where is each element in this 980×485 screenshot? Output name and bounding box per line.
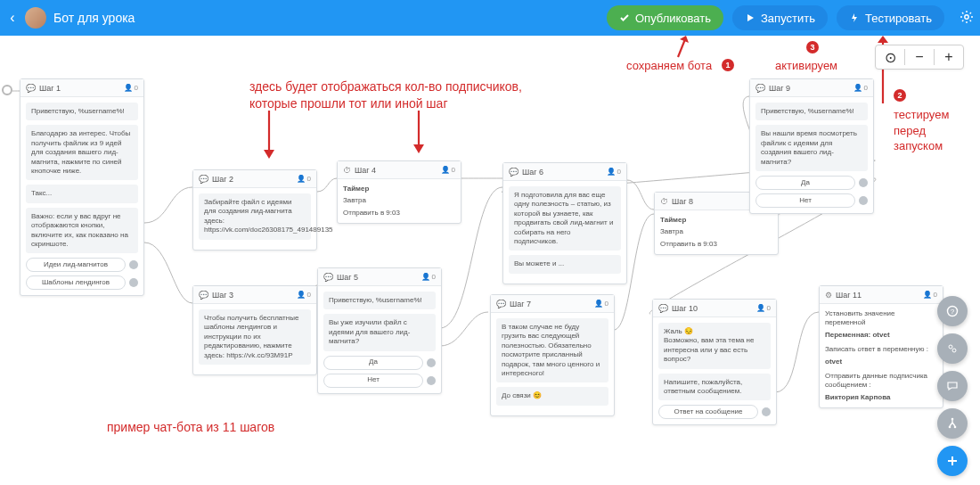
- step-message: Приветствую, %username%!: [755, 103, 868, 120]
- action-line: otvet: [825, 358, 937, 366]
- output-port[interactable]: [129, 260, 138, 269]
- launch-label: Запустить: [761, 12, 815, 25]
- step-title: Шаг 9: [769, 84, 853, 93]
- message-icon: 💬: [658, 304, 668, 313]
- settings-button[interactable]: [953, 10, 980, 27]
- user-icon: 👤: [297, 291, 306, 299]
- annotation-arrow: [410, 109, 428, 159]
- step-message: Благодарю за интерес. Чтобы получить фай…: [26, 125, 138, 180]
- step-title: Шаг 7: [510, 300, 594, 308]
- gear-icon: [960, 10, 974, 24]
- bolt-icon: [849, 12, 860, 23]
- action-icon: ⚙: [825, 291, 832, 300]
- dock-branch-button[interactable]: [937, 408, 968, 439]
- step-title: Шаг 4: [355, 166, 441, 175]
- zoom-in-button[interactable]: +: [934, 49, 963, 65]
- start-node[interactable]: [2, 85, 12, 95]
- timer-when: Завтра: [343, 196, 455, 205]
- message-icon: 💬: [323, 273, 333, 282]
- user-icon: 👤: [923, 291, 932, 299]
- action-line: Виктория Карпова: [825, 393, 937, 402]
- user-icon: 👤: [607, 168, 616, 176]
- step-message: Жаль 😔Возможно, вам эта тема не интересн…: [658, 323, 771, 369]
- timer-icon: ⏱: [660, 197, 668, 206]
- step-message: В таком случае не буду грузить вас следу…: [496, 318, 608, 382]
- step-card-11[interactable]: ⚙Шаг 11👤0 Установить значение переменной…: [819, 285, 943, 408]
- step-message: Вы уже изучили файл с идеями для вашего …: [323, 314, 436, 350]
- test-button[interactable]: Тестировать: [837, 5, 944, 30]
- step-card-9[interactable]: 💬Шаг 9👤0 Приветствую, %username%! Вы наш…: [749, 78, 874, 214]
- dock-add-button[interactable]: [937, 446, 968, 476]
- step-message: Приветствую, %username%!: [26, 103, 138, 120]
- reply-button-yes[interactable]: Да: [323, 356, 423, 370]
- output-port[interactable]: [427, 358, 436, 367]
- output-port[interactable]: [129, 278, 138, 287]
- step-card-2[interactable]: 💬Шаг 2👤0 Забирайте файл с идеями для соз…: [192, 169, 317, 251]
- publish-button[interactable]: Опубликовать: [607, 5, 723, 30]
- back-button[interactable]: ‹: [0, 10, 25, 26]
- svg-marker-8: [264, 150, 274, 159]
- step-message: Вы нашли время посмотреть файлик с идеям…: [755, 125, 868, 171]
- user-icon: 👤: [297, 175, 306, 183]
- reply-button[interactable]: Идеи лид-магнитов: [26, 258, 126, 272]
- step-card-7[interactable]: 💬Шаг 7👤0 В таком случае не буду грузить …: [490, 294, 615, 416]
- step-card-1[interactable]: 💬Шаг 1👤0 Приветствую, %username%! Благод…: [20, 78, 144, 296]
- annotation-test-before: тестируем перед запуском: [894, 107, 949, 154]
- timer-when: Завтра: [660, 227, 772, 236]
- step-message: Забирайте файл с идеями для создания лид…: [199, 193, 311, 240]
- svg-marker-9: [413, 144, 424, 153]
- svg-point-4: [952, 349, 956, 352]
- flow-canvas[interactable]: 💬Шаг 1👤0 Приветствую, %username%! Благод…: [0, 36, 980, 485]
- step-message: Я подготовила для вас еще одну полезност…: [509, 186, 621, 251]
- dock-settings-button[interactable]: [937, 333, 968, 364]
- timer-time: Отправить в 9:03: [343, 209, 455, 218]
- subscriber-count: 👤0: [421, 273, 436, 281]
- annotation-number-1: 1: [722, 59, 734, 71]
- launch-button[interactable]: Запустить: [732, 5, 828, 30]
- subscriber-count: 👤0: [124, 84, 138, 92]
- zoom-control: ⊙ − +: [875, 45, 964, 70]
- subscriber-count: 👤0: [594, 300, 608, 308]
- step-card-6[interactable]: 💬Шаг 6👤0 Я подготовила для вас еще одну …: [502, 162, 627, 284]
- subscriber-count: 👤0: [756, 304, 771, 312]
- message-icon: 💬: [199, 291, 208, 300]
- step-card-5[interactable]: 💬Шаг 5👤0 Приветствую, %username%! Вы уже…: [317, 267, 442, 394]
- user-icon: 👤: [124, 84, 133, 92]
- action-line: Записать ответ в переменную :: [825, 345, 937, 354]
- timer-icon: ⏱: [343, 166, 351, 175]
- output-port[interactable]: [859, 178, 868, 187]
- output-port[interactable]: [762, 407, 771, 416]
- reply-button-yes[interactable]: Да: [755, 176, 855, 190]
- avatar[interactable]: [25, 7, 46, 29]
- output-port[interactable]: [859, 196, 868, 205]
- step-card-4[interactable]: ⏱Шаг 4👤0 Таймер Завтра Отправить в 9:03: [337, 160, 461, 224]
- action-line: Отправить данные подписчика сообщением :: [825, 372, 937, 390]
- step-card-3[interactable]: 💬Шаг 3👤0 Чтобы получить бесплатные шабло…: [192, 285, 317, 375]
- subscriber-count: 👤0: [441, 166, 455, 174]
- subscriber-count: 👤0: [607, 168, 621, 176]
- dock-help-button[interactable]: ?: [937, 296, 968, 326]
- side-dock: ?: [937, 296, 968, 476]
- bot-title: Бот для урока: [53, 11, 135, 25]
- check-icon: [619, 12, 630, 23]
- dock-chat-button[interactable]: [937, 371, 968, 401]
- timer-label: Таймер: [343, 185, 455, 193]
- svg-point-6: [949, 426, 951, 429]
- step-message: Напишите, пожалуйста, ответным сообщение…: [658, 374, 771, 401]
- message-icon: 💬: [509, 168, 519, 177]
- output-port[interactable]: [427, 376, 436, 385]
- reply-button-no[interactable]: Нет: [323, 374, 423, 388]
- play-icon: [745, 12, 755, 23]
- step-card-10[interactable]: 💬Шаг 10👤0 Жаль 😔Возможно, вам эта тема н…: [652, 299, 777, 425]
- reply-button[interactable]: Шаблоны лендингов: [26, 275, 126, 290]
- annotation-arrow: [260, 109, 278, 164]
- user-icon: 👤: [441, 166, 450, 174]
- zoom-out-button[interactable]: −: [904, 49, 934, 65]
- user-icon: 👤: [421, 273, 430, 281]
- subscriber-count: 👤0: [853, 84, 868, 92]
- chat-icon: [946, 380, 959, 392]
- svg-point-5: [951, 418, 954, 421]
- reply-button-no[interactable]: Нет: [755, 193, 855, 208]
- zoom-fit-button[interactable]: ⊙: [876, 49, 904, 66]
- reply-button[interactable]: Ответ на сообщение: [658, 405, 758, 419]
